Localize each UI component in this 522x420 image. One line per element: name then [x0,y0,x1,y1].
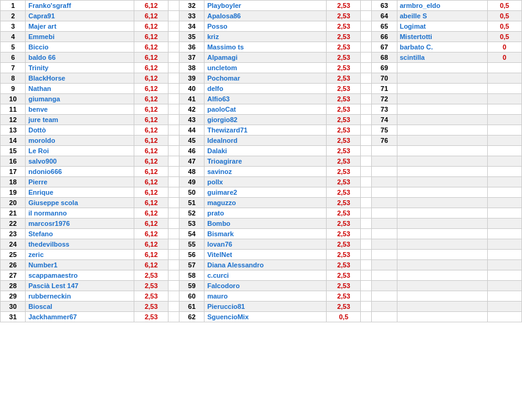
rank-col1: 19 [1,187,26,198]
rank-col1: 7 [1,63,26,73]
score-col1: 6,12 [134,250,169,260]
rank-col1: 6 [1,52,26,63]
rank-col1: 5 [1,42,26,52]
rank-col2: 32 [179,1,205,11]
separator-1 [169,219,179,229]
name-col3 [397,84,487,94]
name-col1: Le Roi [26,146,134,156]
rank-col2: 55 [179,239,205,250]
name-col3: Logimat [397,21,487,32]
score-col2: 2,53 [327,104,361,115]
name-col2: pollx [205,177,327,187]
rank-col1: 18 [1,177,26,187]
name-col3 [397,260,487,270]
separator-1 [169,208,179,219]
rank-col1: 21 [1,208,26,219]
score-col1: 6,12 [134,146,169,156]
separator-1 [169,11,179,21]
score-col1: 6,12 [134,52,169,63]
score-col3 [487,229,521,239]
rank-col1: 25 [1,250,26,260]
score-col2: 2,53 [327,32,361,42]
score-col3 [487,208,521,219]
score-col2: 2,53 [327,42,361,52]
name-col3 [397,167,487,177]
separator-1 [169,250,179,260]
separator-1 [169,52,179,63]
name-col1: giumanga [26,94,134,104]
score-col2: 2,53 [327,281,361,291]
separator-2 [361,208,372,219]
score-col3 [487,270,521,281]
rank-col3 [372,187,397,198]
separator-1 [169,104,179,115]
separator-2 [361,167,372,177]
separator-1 [169,156,179,167]
name-col2: VitelNet [205,250,327,260]
name-col2: mauro [205,291,327,302]
name-col2: Posso [205,21,327,32]
name-col3 [397,125,487,136]
rank-col2: 52 [179,208,205,219]
rank-col1: 15 [1,146,26,156]
separator-2 [361,239,372,250]
score-col3 [487,73,521,84]
rank-col1: 26 [1,260,26,270]
score-col2: 2,53 [327,291,361,302]
separator-1 [169,32,179,42]
separator-2 [361,187,372,198]
name-col1: ndonio666 [26,167,134,177]
name-col1: Franko'sgraff [26,1,134,11]
rank-col1: 17 [1,167,26,177]
separator-2 [361,219,372,229]
separator-1 [169,281,179,291]
name-col1: benve [26,104,134,115]
score-col2: 2,53 [327,11,361,21]
name-col1: Majer art [26,21,134,32]
rank-col2: 50 [179,187,205,198]
rank-col3 [372,146,397,156]
score-col2: 2,53 [327,136,361,146]
name-col1: Nathan [26,84,134,94]
score-col1: 6,12 [134,136,169,146]
score-col2: 2,53 [327,270,361,281]
name-col3 [397,146,487,156]
separator-2 [361,302,372,312]
score-col1: 6,12 [134,94,169,104]
name-col1: zeric [26,250,134,260]
rank-col2: 56 [179,250,205,260]
rank-col2: 61 [179,302,205,312]
rank-col1: 13 [1,125,26,136]
name-col3 [397,281,487,291]
score-col2: 2,53 [327,167,361,177]
name-col3: abeille S [397,11,487,21]
score-col3 [487,125,521,136]
separator-2 [361,94,372,104]
name-col1: Pierre [26,177,134,187]
rank-col2: 60 [179,291,205,302]
rank-col2: 47 [179,156,205,167]
rank-col1: 8 [1,73,26,84]
score-col1: 6,12 [134,239,169,250]
name-col3 [397,136,487,146]
rank-col1: 29 [1,291,26,302]
name-col3 [397,229,487,239]
score-col2: 2,53 [327,125,361,136]
name-col1: il normanno [26,208,134,219]
score-col3 [487,187,521,198]
rank-col1: 2 [1,11,26,21]
score-col2: 2,53 [327,21,361,32]
rank-col2: 54 [179,229,205,239]
score-col1: 2,53 [134,281,169,291]
score-col3 [487,167,521,177]
score-col2: 2,53 [327,198,361,208]
name-col3 [397,291,487,302]
rank-col3 [372,260,397,270]
rank-col2: 43 [179,115,205,125]
score-col2: 2,53 [327,63,361,73]
score-col2: 2,53 [327,146,361,156]
score-col3: 0,5 [487,11,521,21]
name-col1: marcosr1976 [26,219,134,229]
score-col1: 6,12 [134,104,169,115]
name-col1: Pascià Lest 147 [26,281,134,291]
